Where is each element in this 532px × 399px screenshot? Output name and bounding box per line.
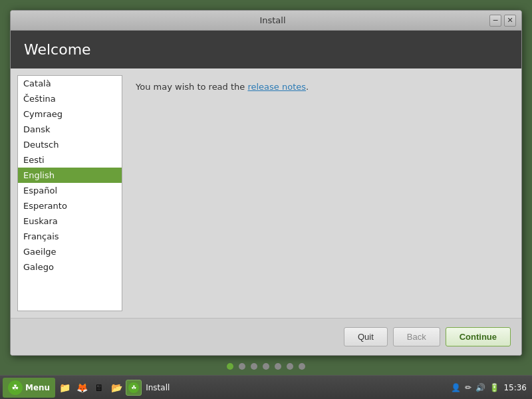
browser-icon[interactable]: 🦊 — [74, 380, 90, 396]
language-item[interactable]: English — [18, 168, 122, 183]
user-icon: 👤 — [451, 383, 461, 392]
release-notes-text: You may wish to read the release notes. — [136, 82, 508, 92]
continue-button[interactable]: Continue — [446, 327, 511, 346]
back-button[interactable]: Back — [393, 327, 440, 346]
battery-icon: 🔋 — [489, 383, 499, 392]
progress-dot — [275, 363, 281, 370]
install-window: Install − ✕ Welcome CatalàČeštinaCymraeg… — [10, 10, 522, 356]
progress-dot — [299, 363, 305, 370]
install-taskbar-icon[interactable]: ☘ — [126, 380, 142, 396]
clock: 15:36 — [503, 383, 527, 392]
close-button[interactable]: ✕ — [504, 15, 516, 27]
progress-dot — [227, 363, 233, 370]
release-notes-prefix: You may wish to read the — [136, 82, 247, 92]
window-header: Welcome — [11, 31, 521, 68]
taskbar-right: 👤 ✏ 🔊 🔋 15:36 — [451, 383, 532, 392]
titlebar-controls: − ✕ — [489, 15, 516, 27]
progress-dot — [239, 363, 245, 370]
menu-label: Menu — [25, 383, 50, 392]
language-item[interactable]: Čeština — [18, 91, 122, 106]
language-item[interactable]: Cymraeg — [18, 106, 122, 122]
language-item[interactable]: Deutsch — [18, 137, 122, 152]
language-item[interactable]: Français — [18, 229, 122, 244]
install-icon: ☘ — [128, 382, 139, 393]
progress-dot — [287, 363, 293, 370]
language-item[interactable]: Euskara — [18, 213, 122, 229]
language-list-container: CatalàČeštinaCymraegDanskDeutschEestiEng… — [17, 75, 122, 311]
files-icon[interactable]: 📁 — [57, 380, 72, 396]
language-list[interactable]: CatalàČeštinaCymraegDanskDeutschEestiEng… — [18, 76, 122, 311]
minimize-button[interactable]: − — [489, 15, 501, 27]
quit-button[interactable]: Quit — [344, 327, 388, 346]
language-item[interactable]: Español — [18, 183, 122, 198]
edit-icon: ✏ — [465, 383, 471, 392]
release-notes-link[interactable]: release notes — [247, 82, 306, 92]
progress-dots — [0, 363, 532, 370]
page-title: Welcome — [24, 41, 508, 58]
terminal-icon[interactable]: 🖥 — [91, 380, 107, 396]
language-item[interactable]: Català — [18, 76, 122, 91]
volume-icon[interactable]: 🔊 — [475, 383, 485, 392]
right-content: You may wish to read the release notes. — [122, 68, 521, 318]
window-content: CatalàČeštinaCymraegDanskDeutschEestiEng… — [11, 68, 521, 318]
progress-dot — [263, 363, 269, 370]
desktop: Install − ✕ Welcome CatalàČeštinaCymraeg… — [0, 0, 532, 399]
window-title: Install — [56, 15, 489, 25]
language-item[interactable]: Dansk — [18, 122, 122, 137]
release-notes-suffix: . — [306, 82, 309, 92]
taskbar: ☘ Menu 📁 🦊 🖥 📂 ☘ Install 👤 ✏ 🔊 🔋 15:36 — [0, 375, 532, 399]
window-footer: Quit Back Continue — [11, 318, 521, 355]
language-item[interactable]: Galego — [18, 259, 122, 275]
active-app-label: Install — [143, 383, 170, 392]
progress-dot — [251, 363, 257, 370]
menu-button[interactable]: ☘ Menu — [3, 378, 55, 398]
language-item[interactable]: Esperanto — [18, 198, 122, 213]
mint-logo-icon: ☘ — [8, 380, 23, 395]
language-item[interactable]: Eesti — [18, 152, 122, 168]
taskbar-left: ☘ Menu 📁 🦊 🖥 📂 ☘ Install — [0, 378, 170, 398]
folder-icon[interactable]: 📂 — [108, 380, 124, 396]
titlebar: Install − ✕ — [11, 11, 521, 31]
language-item[interactable]: Gaeilge — [18, 244, 122, 259]
